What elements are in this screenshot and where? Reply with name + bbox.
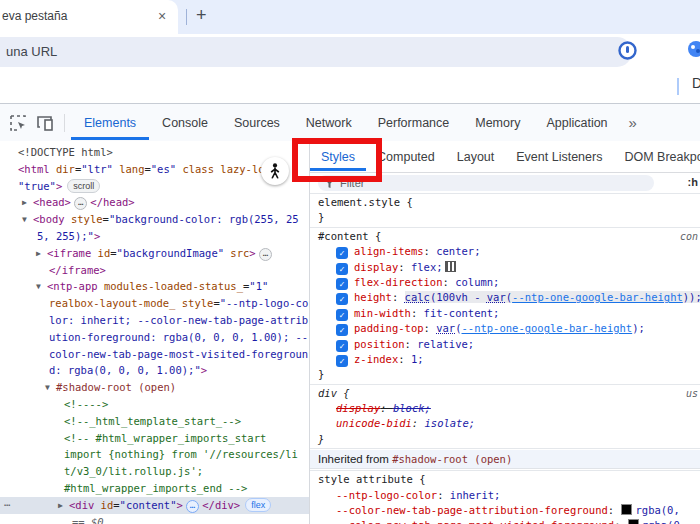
- property-checkbox[interactable]: ✓: [336, 324, 348, 336]
- dom-tree-line[interactable]: d: rgba(0, 0, 0, 1.00);">: [0, 362, 309, 379]
- dom-tree-line[interactable]: == $0: [0, 514, 309, 524]
- dom-tree-line[interactable]: ▼<body style="background-color: rgb(255,…: [0, 211, 309, 228]
- annotation-red-box: [292, 138, 382, 182]
- property-checkbox[interactable]: ✓: [336, 340, 348, 352]
- code-token: element.style: [318, 196, 400, 208]
- code-token: >: [56, 180, 62, 192]
- code-token: :: [614, 519, 627, 524]
- code-token: :: [424, 322, 437, 334]
- code-token: "ltr": [81, 163, 113, 175]
- style-line[interactable]: unicode-bidi: isolate;: [310, 416, 700, 431]
- dom-tree-line[interactable]: <!-- #html_wrapper_imports_start: [0, 430, 309, 447]
- password-manager-icon[interactable]: [618, 41, 637, 64]
- style-line[interactable]: display: block;: [310, 401, 700, 416]
- dom-tree-line[interactable]: <!--_html_template_start_-->: [0, 413, 309, 430]
- tab-application[interactable]: Application: [533, 106, 620, 140]
- dom-tree-line[interactable]: </iframe>: [0, 262, 309, 279]
- code-token: }: [318, 433, 324, 445]
- code-token: modules-loaded-status_: [98, 280, 243, 292]
- code-token: {: [413, 473, 426, 485]
- tab-console[interactable]: Console: [149, 106, 221, 140]
- style-line[interactable]: ✓align-items: center;: [310, 244, 700, 259]
- expand-ellipsis-button[interactable]: …: [186, 500, 199, 513]
- style-line[interactable]: }: [310, 367, 700, 382]
- dom-tree-line[interactable]: realbox-layout-mode_ style="--ntp-logo-c…: [0, 295, 309, 312]
- style-line[interactable]: style attribute {: [310, 472, 700, 487]
- expand-arrow[interactable]: ▼: [36, 279, 47, 296]
- row-menu-dots[interactable]: …: [4, 494, 11, 511]
- dom-tree-line[interactable]: #html_wrapper_imports_end -->: [0, 480, 309, 497]
- style-line[interactable]: ✓padding-top: var(--ntp-one-google-bar-h…: [310, 321, 700, 336]
- dom-tree-line[interactable]: ▶<head>…</head>: [0, 194, 309, 211]
- style-line[interactable]: div {us: [310, 386, 700, 401]
- pseudo-state-toggle[interactable]: :h: [688, 176, 698, 188]
- expand-arrow[interactable]: ▶: [36, 246, 47, 263]
- property-checkbox[interactable]: ✓: [336, 293, 348, 305]
- tab-network[interactable]: Network: [293, 106, 365, 140]
- property-checkbox[interactable]: ✓: [336, 309, 348, 321]
- style-line[interactable]: ✓z-index: 1;: [310, 352, 700, 367]
- expand-arrow[interactable]: ▶: [22, 195, 33, 212]
- omnibox[interactable]: una URL: [0, 37, 632, 67]
- style-line[interactable]: element.style {: [310, 195, 700, 210]
- style-line[interactable]: --color-new-tab-page-most-visited-foregr…: [310, 518, 700, 524]
- property-checkbox[interactable]: ✓: [336, 355, 348, 367]
- property-checkbox[interactable]: ✓: [336, 263, 348, 275]
- dom-tree-line[interactable]: ▶<iframe id="backgroundImage" src>…: [0, 245, 309, 262]
- expand-ellipsis-button[interactable]: …: [259, 248, 272, 261]
- style-line[interactable]: ✓display: flex;: [310, 260, 700, 275]
- dom-tree-line[interactable]: ▼#shadow-root (open): [0, 379, 309, 396]
- extension-icon[interactable]: [684, 39, 700, 59]
- expand-ellipsis-button[interactable]: …: [74, 197, 87, 210]
- more-tabs-icon[interactable]: »: [621, 114, 645, 131]
- inspect-element-icon[interactable]: [9, 114, 27, 132]
- tab-layout[interactable]: Layout: [446, 143, 506, 171]
- code-token: <html: [18, 163, 50, 175]
- dom-tree-line[interactable]: "true">scroll: [0, 178, 309, 195]
- elements-dom-tree: <!DOCTYPE html><html dir="ltr" lang="es"…: [0, 141, 310, 524]
- style-line[interactable]: --color-new-tab-page-attribution-foregro…: [310, 503, 700, 518]
- stylesheet-source-link[interactable]: con: [680, 229, 698, 244]
- devtools-main-tabs: ElementsConsoleSourcesNetworkPerformance…: [71, 104, 621, 141]
- property-checkbox[interactable]: ✓: [336, 278, 348, 290]
- dom-tree-line[interactable]: t/v3_0/lit.rollup.js';: [0, 463, 309, 480]
- style-line[interactable]: ✓position: relative;: [310, 337, 700, 352]
- style-line[interactable]: }: [310, 210, 700, 225]
- tab-performance[interactable]: Performance: [365, 106, 463, 140]
- dom-tree-line[interactable]: color-new-tab-page-most-visited-foregrou…: [0, 346, 309, 363]
- tab-close-icon[interactable]: ×: [158, 8, 166, 24]
- tab-memory[interactable]: Memory: [462, 106, 533, 140]
- tab-sources[interactable]: Sources: [221, 106, 293, 140]
- dom-tree-line[interactable]: <!DOCTYPE html>: [0, 144, 309, 161]
- code-token: "true": [18, 180, 56, 192]
- tab-divider: [186, 9, 187, 25]
- browser-tab[interactable]: eva pestaña ×: [0, 0, 178, 34]
- dom-tree-line[interactable]: ▼<ntp-app modules-loaded-status_="1": [0, 278, 309, 295]
- tab-dom-breakpoints[interactable]: DOM Breakpoints: [613, 143, 700, 171]
- bookmark-partial[interactable]: D: [692, 75, 700, 95]
- dom-tree-line[interactable]: 5, 255);">: [0, 228, 309, 245]
- style-line[interactable]: ✓height: calc(100vh - var(--ntp-one-goog…: [310, 290, 700, 305]
- stylesheet-source-link[interactable]: us: [686, 386, 698, 401]
- tab-event-listeners[interactable]: Event Listeners: [505, 143, 613, 171]
- style-line[interactable]: #content {con: [310, 229, 700, 244]
- expand-arrow[interactable]: ▼: [22, 212, 33, 229]
- style-line[interactable]: Inherited from #shadow-root (open): [310, 450, 700, 469]
- code-token: #html_wrapper_imports_end -->: [64, 482, 247, 494]
- style-line[interactable]: --ntp-logo-color: inherit;: [310, 488, 700, 503]
- style-line[interactable]: ✓flex-direction: column;: [310, 275, 700, 290]
- device-toolbar-icon[interactable]: [36, 114, 54, 132]
- dom-tree-line[interactable]: import {nothing} from '//resources/li: [0, 446, 309, 463]
- property-checkbox[interactable]: ✓: [336, 247, 348, 259]
- style-line[interactable]: }: [310, 432, 700, 447]
- dom-tree-line[interactable]: lor: inherit; --color-new-tab-page-attri…: [0, 312, 309, 329]
- dom-tree-line[interactable]: <!---->: [0, 396, 309, 413]
- style-line[interactable]: ✓min-width: fit-content;: [310, 306, 700, 321]
- dom-tree-line[interactable]: ution-foreground: rgba(0, 0, 0, 1.00); -…: [0, 329, 309, 346]
- code-token: "es": [151, 163, 176, 175]
- expand-arrow[interactable]: ▶: [58, 498, 69, 515]
- expand-arrow[interactable]: ▼: [45, 380, 56, 397]
- new-tab-button[interactable]: +: [196, 5, 207, 26]
- selected-dom-node[interactable]: ▶<div id="content">…</div>flex…: [0, 497, 309, 514]
- tab-elements[interactable]: Elements: [71, 106, 149, 140]
